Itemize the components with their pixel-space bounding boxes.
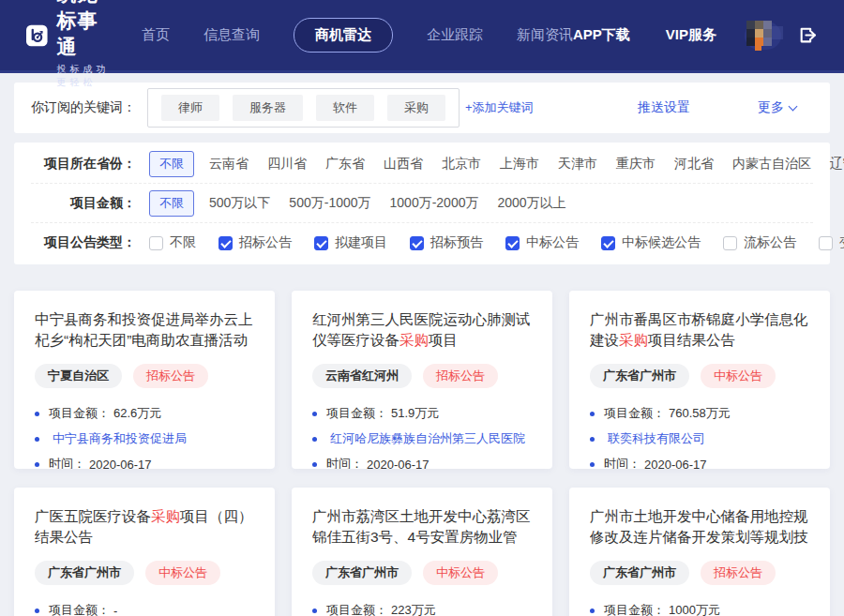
keyword-tag[interactable]: 律师 — [161, 95, 219, 121]
amount-option[interactable]: 500万-1000万 — [289, 195, 370, 212]
amount-option[interactable]: 1000万-2000万 — [390, 195, 479, 212]
province-option[interactable]: 山西省 — [384, 156, 423, 173]
amount-option[interactable]: 2000万以上 — [497, 195, 565, 212]
filter-panel: 项目所在省份： 不限 云南省 四川省 广东省 山西省 北京市 上海市 天津市 重… — [14, 143, 830, 264]
keyword-tag[interactable]: 采购 — [387, 95, 445, 121]
detail-value: 联奕科技有限公司 — [608, 430, 705, 447]
card-tags: 宁夏自治区 招标公告 — [35, 364, 254, 388]
nav-item[interactable]: 信息查询 — [203, 26, 260, 44]
card-title-segment: 项目 — [429, 332, 458, 348]
province-option[interactable]: 辽宁省 — [830, 156, 844, 173]
province-unlimited-chip[interactable]: 不限 — [149, 151, 194, 177]
card-tags: 广东省广州市 中标公告 — [590, 364, 809, 388]
keyword-tag[interactable]: 服务器 — [233, 95, 303, 121]
nav-right-item[interactable]: VIP服务 — [666, 26, 716, 44]
card-detail-row: 联奕科技有限公司 — [590, 430, 809, 447]
announcement-type-tag: 中标公告 — [423, 561, 498, 585]
detail-value: 2020-06-17 — [89, 458, 152, 470]
add-keyword-button[interactable]: +添加关键词 — [465, 99, 534, 116]
card-detail-rows: 项目金额： 51.9万元 红河哈尼族彝族自治州第三人民医院 时间： 2020-0… — [312, 405, 532, 469]
checkbox-icon[interactable] — [149, 236, 163, 250]
amount-option[interactable]: 500万以下 — [209, 195, 270, 212]
result-card[interactable]: 广州市番禺区市桥锦庭小学信息化建设采购项目结果公告 广东省广州市 中标公告 项目… — [569, 291, 830, 469]
logout-icon[interactable] — [798, 25, 818, 45]
type-checkbox-item[interactable]: 流标公告 — [723, 234, 796, 251]
keyword-tag[interactable]: 软件 — [316, 95, 374, 121]
type-filter-label: 项目公告类型： — [31, 234, 136, 251]
detail-label: 时间： — [604, 456, 641, 469]
province-option[interactable]: 重庆市 — [616, 156, 656, 173]
province-option[interactable]: 上海市 — [500, 156, 539, 173]
type-checkbox-label: 招标公告 — [239, 234, 292, 251]
bullet-dot-icon — [590, 608, 595, 613]
type-checkbox-item[interactable]: 招标公告 — [219, 234, 292, 251]
result-card[interactable]: 中宁县商务和投资促进局举办云上杞乡“枸杞天团”电商助农直播活动采购... 宁夏自… — [14, 291, 275, 469]
card-detail-row: 项目金额： - — [35, 602, 254, 616]
result-card[interactable]: 广医五院医疗设备采购项目（四）结果公告 广东省广州市 中标公告 项目金额： - — [14, 488, 275, 616]
province-option[interactable]: 北京市 — [442, 156, 481, 173]
card-detail-row: 中宁县商务和投资促进局 — [35, 430, 254, 447]
announcement-type-tag: 招标公告 — [423, 364, 498, 388]
nav-right: APP下载 VIP服务 — [573, 26, 716, 44]
top-navbar: 筑龙标事通 投标成功更轻松 首页 信息查询 商机雷达 企业跟踪 新闻资讯 APP… — [0, 0, 844, 73]
card-tags: 广东省广州市 招标公告 — [590, 561, 809, 585]
card-detail-row: 项目金额： 51.9万元 — [312, 405, 532, 422]
card-tags: 广东省广州市 中标公告 — [312, 561, 532, 585]
amount-filter-row: 项目金额： 不限 500万以下 500万-1000万 1000万-2000万 2… — [31, 184, 813, 223]
bullet-dot-icon — [312, 437, 317, 442]
keywords-more-button[interactable]: 更多 — [758, 99, 796, 116]
brand-logo[interactable]: 筑龙标事通 投标成功更轻松 — [26, 0, 110, 89]
bullet-dot-icon — [35, 412, 39, 416]
checkbox-icon[interactable] — [505, 236, 520, 250]
province-option[interactable]: 四川省 — [267, 156, 307, 173]
card-title: 广州市土地开发中心储备用地控规修改及连片储备开发策划等规划技术服务... — [590, 506, 809, 548]
nav-item[interactable]: 商机雷达 — [294, 18, 393, 53]
nav-item[interactable]: 新闻资讯 — [517, 26, 573, 44]
location-tag: 广东省广州市 — [590, 561, 689, 585]
detail-value: 2020-06-17 — [644, 458, 707, 470]
checkbox-icon[interactable] — [219, 236, 233, 250]
nav-item[interactable]: 首页 — [142, 26, 170, 44]
nav-item[interactable]: 企业跟踪 — [427, 26, 483, 44]
result-card[interactable]: 广州市土地开发中心储备用地控规修改及连片储备开发策划等规划技术服务... 广东省… — [569, 488, 830, 616]
type-checkbox-item[interactable]: 中标候选公告 — [601, 234, 701, 251]
detail-value: 62.6万元 — [113, 405, 161, 422]
province-option[interactable]: 内蒙古自治区 — [732, 156, 811, 173]
checkbox-icon[interactable] — [819, 236, 833, 250]
card-title-segment: 采购 — [151, 508, 180, 524]
type-options: 不限 招标公告 拟建项目 招标预告 — [149, 234, 844, 251]
result-card[interactable]: 广州市荔湾区土地开发中心荔湾区锦佳五街3号、4号安置房物业管理服务采... 广东… — [292, 488, 552, 616]
nav-right-item[interactable]: APP下载 — [573, 26, 630, 44]
bullet-dot-icon — [312, 608, 317, 613]
detail-label: 项目金额： — [604, 602, 665, 616]
card-title-segment: 广医五院医疗设备 — [35, 508, 151, 524]
result-card[interactable]: 红河州第三人民医院运动心肺测试仪等医疗设备采购项目 云南省红河州 招标公告 项目… — [292, 291, 552, 469]
push-settings-link[interactable]: 推送设置 — [638, 99, 690, 116]
type-checkbox-item[interactable]: 不限 — [149, 234, 196, 251]
province-option[interactable]: 河北省 — [674, 156, 714, 173]
checkbox-icon[interactable] — [410, 236, 424, 250]
checkbox-icon[interactable] — [601, 236, 615, 250]
province-option[interactable]: 天津市 — [558, 156, 597, 173]
cards-row-1: 中宁县商务和投资促进局举办云上杞乡“枸杞天团”电商助农直播活动采购... 宁夏自… — [14, 291, 830, 469]
card-tags: 广东省广州市 中标公告 — [35, 561, 254, 585]
checkbox-icon[interactable] — [314, 236, 328, 250]
type-checkbox-item[interactable]: 中标公告 — [505, 234, 579, 251]
province-option[interactable]: 广东省 — [325, 156, 365, 173]
detail-value: 223万元 — [391, 602, 436, 616]
province-option[interactable]: 云南省 — [209, 156, 249, 173]
card-title-segment: 广州市荔湾区土地开发中心荔湾区锦佳五街3号、4号安置房物业管理服务 — [312, 508, 531, 548]
avatar-redacted-mosaic — [743, 19, 786, 53]
bullet-dot-icon — [590, 412, 595, 416]
card-detail-row: 时间： 2020-06-17 — [590, 456, 809, 469]
type-checkbox-item[interactable]: 拟建项目 — [314, 234, 387, 251]
announcement-type-tag: 中标公告 — [145, 561, 220, 585]
type-checkbox-item[interactable]: 招标预告 — [410, 234, 483, 251]
type-checkbox-item[interactable]: 变更公告 — [819, 234, 844, 251]
type-checkbox-label: 流标公告 — [744, 234, 796, 251]
card-detail-row: 时间： 2020-06-17 — [312, 456, 532, 469]
amount-unlimited-chip[interactable]: 不限 — [149, 190, 194, 217]
checkbox-icon[interactable] — [723, 236, 737, 250]
avatar[interactable] — [745, 22, 781, 50]
type-checkbox-label: 拟建项目 — [335, 234, 387, 251]
